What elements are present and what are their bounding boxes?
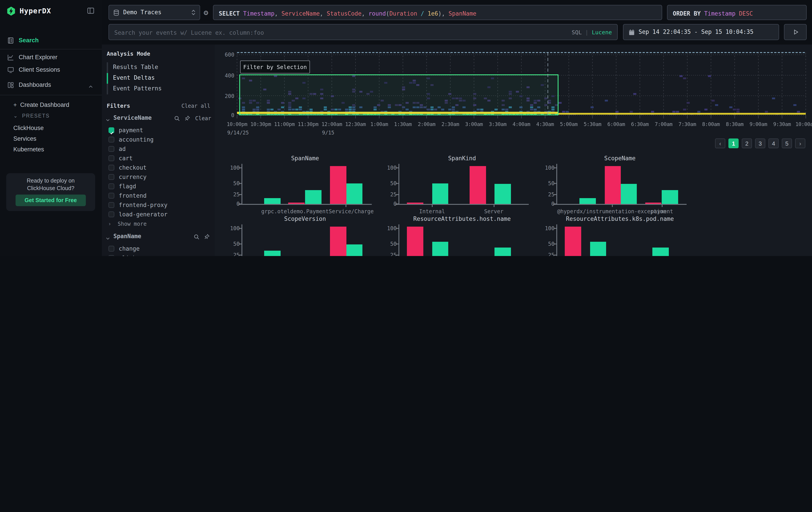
time-axis-label: 5:00am bbox=[556, 121, 581, 127]
x-tick bbox=[432, 205, 433, 207]
filter-checkbox-servicename-payment[interactable]: payment bbox=[109, 127, 208, 134]
filter-by-selection-button[interactable]: Filter by Selection bbox=[240, 60, 310, 74]
database-icon bbox=[113, 9, 120, 18]
filter-checkbox-servicename-frontend-proxy[interactable]: frontend-proxy bbox=[109, 201, 208, 209]
time-axis-label: 1:30am bbox=[390, 121, 415, 127]
y-tick-label: 0 bbox=[381, 201, 397, 207]
lucene-toggle[interactable]: Lucene bbox=[592, 29, 612, 36]
orderby-input[interactable]: ORDER BY Timestamp DESC bbox=[667, 5, 807, 20]
time-axis-label: 3:00am bbox=[462, 121, 487, 127]
filter-checkbox-spanname-change[interactable]: change bbox=[109, 245, 208, 253]
sidebar-item-chart-explorer[interactable]: Chart Explorer bbox=[0, 53, 102, 63]
bar bbox=[645, 203, 661, 204]
mini-chart-resourceattributes-k8s-pod-name: ResourceAttributes.k8s.pod.name02550100p… bbox=[541, 215, 683, 256]
query-token: Duration bbox=[389, 10, 417, 17]
chevron-up-icon bbox=[88, 83, 93, 88]
filter-checkbox-servicename-load-generator[interactable]: load-generator bbox=[109, 211, 208, 219]
bar bbox=[264, 251, 281, 256]
y-tick-label: 25 bbox=[225, 191, 240, 198]
mini-chart-plot: 025501000.1.00.51.1 bbox=[242, 224, 368, 256]
query-token: StatusCode bbox=[327, 10, 361, 17]
search-box: SQL | Lucene bbox=[109, 24, 618, 40]
get-started-button[interactable]: Get Started for Free bbox=[16, 194, 86, 206]
sidebar-item-search[interactable]: Search bbox=[0, 36, 102, 46]
page-prev-button[interactable]: ‹ bbox=[715, 138, 725, 148]
analysis-mode-event-deltas[interactable]: Event Deltas bbox=[113, 74, 155, 81]
checkbox-label: flagd bbox=[119, 183, 136, 190]
time-axis-label: 8:30am bbox=[722, 121, 747, 127]
filter-checkbox-servicename-flagd[interactable]: flagd bbox=[109, 183, 208, 191]
pin-icon[interactable] bbox=[184, 115, 191, 121]
bar bbox=[346, 183, 362, 204]
checkbox-label: ad bbox=[119, 145, 126, 152]
filter-checkbox-servicename-currency[interactable]: currency bbox=[109, 173, 208, 181]
bar bbox=[620, 184, 637, 204]
create-dashboard-button[interactable]: + Create Dashboard bbox=[13, 102, 69, 108]
preset-item-services[interactable]: Services bbox=[13, 135, 36, 142]
dashboard-grid-icon bbox=[7, 81, 14, 89]
sidebar-item-dashboards[interactable]: Dashboards bbox=[0, 80, 102, 91]
mini-chart-plot: 02550100payment-7985c8969c-mwmw7 bbox=[557, 224, 683, 256]
checkbox bbox=[109, 137, 114, 142]
search-input[interactable] bbox=[113, 25, 573, 41]
pin-icon[interactable] bbox=[204, 233, 210, 240]
query-token: ( bbox=[386, 10, 389, 17]
clear-all-button[interactable]: Clear all bbox=[181, 103, 210, 109]
mini-chart-plot: 02550100payment-7985c8969c-mwmw7 bbox=[399, 224, 525, 256]
filter-group-name: SpanName bbox=[113, 233, 141, 240]
checkbox-label: change bbox=[119, 245, 140, 252]
checkbox bbox=[109, 193, 114, 198]
analysis-mode-results-table[interactable]: Results Table bbox=[113, 64, 158, 70]
divider bbox=[0, 95, 102, 95]
mini-chart-title: ScopeVersion bbox=[242, 215, 368, 222]
bar bbox=[330, 227, 346, 256]
date-range-picker[interactable]: Sep 14 22:04:35 - Sep 15 10:04:35 bbox=[623, 24, 779, 40]
page-button-1[interactable]: 1 bbox=[728, 138, 738, 148]
filter-checkbox-servicename-ad[interactable]: ad bbox=[109, 145, 208, 153]
sql-toggle[interactable]: SQL bbox=[572, 29, 582, 36]
x-tick bbox=[346, 205, 347, 207]
search-icon[interactable] bbox=[194, 233, 200, 240]
date-axis-label: 9/15 bbox=[322, 130, 334, 136]
filter-checkbox-spanname-click[interactable]: click bbox=[109, 254, 208, 256]
mini-chart-title: SpanName bbox=[242, 155, 368, 162]
run-query-button[interactable] bbox=[784, 24, 807, 40]
page-button-3[interactable]: 3 bbox=[755, 138, 765, 148]
y-axis bbox=[241, 164, 242, 205]
preset-item-kubernetes[interactable]: Kubernetes bbox=[13, 146, 44, 153]
bar bbox=[470, 166, 486, 204]
sidebar-collapse-icon[interactable] bbox=[86, 7, 95, 15]
time-axis-label: 7:00am bbox=[651, 121, 676, 127]
gear-icon[interactable]: ⚙ bbox=[204, 8, 208, 17]
filter-checkbox-servicename-accounting[interactable]: accounting bbox=[109, 136, 208, 144]
filter-checkbox-servicename-frontend[interactable]: frontend bbox=[109, 192, 208, 200]
preset-item-clickhouse[interactable]: ClickHouse bbox=[13, 125, 44, 131]
filter-group-header-spanname[interactable]: SpanName bbox=[106, 233, 211, 241]
sidebar-item-label: Search bbox=[19, 37, 39, 44]
query-token: , bbox=[361, 10, 369, 17]
search-icon[interactable] bbox=[174, 115, 180, 121]
sidebar-item-client-sessions[interactable]: Client Sessions bbox=[0, 65, 102, 76]
events-heatmap[interactable] bbox=[237, 50, 807, 122]
page-next-button[interactable]: › bbox=[795, 138, 805, 148]
filter-checkbox-servicename-checkout[interactable]: checkout bbox=[109, 164, 208, 172]
time-axis-label: 11:30pm bbox=[296, 121, 321, 127]
filter-group-name: ServiceName bbox=[113, 114, 152, 121]
select-query-input[interactable]: SELECT Timestamp, ServiceName, StatusCod… bbox=[213, 5, 662, 20]
mini-chart-title: ScopeName bbox=[557, 155, 683, 162]
page-button-2[interactable]: 2 bbox=[742, 138, 752, 148]
page-button-4[interactable]: 4 bbox=[768, 138, 779, 148]
clear-group-button[interactable]: Clear bbox=[195, 115, 211, 122]
checkbox bbox=[109, 146, 114, 152]
checkbox-label: frontend-proxy bbox=[119, 202, 168, 208]
y-axis bbox=[399, 224, 399, 256]
page-button-5[interactable]: 5 bbox=[782, 138, 792, 148]
promo-line2: ClickHouse Cloud? bbox=[6, 185, 95, 191]
x-axis bbox=[553, 204, 687, 205]
presets-toggle[interactable]: ⌄ PRESETS bbox=[13, 113, 50, 119]
source-select[interactable]: Demo Traces bbox=[109, 5, 200, 20]
analysis-mode-event-patterns[interactable]: Event Patterns bbox=[113, 85, 162, 92]
show-more-button-servicename[interactable]: › Show more bbox=[108, 221, 147, 227]
filter-checkbox-servicename-cart[interactable]: cart bbox=[109, 155, 208, 162]
filter-group-header-servicename[interactable]: ServiceNameClear bbox=[106, 114, 211, 123]
